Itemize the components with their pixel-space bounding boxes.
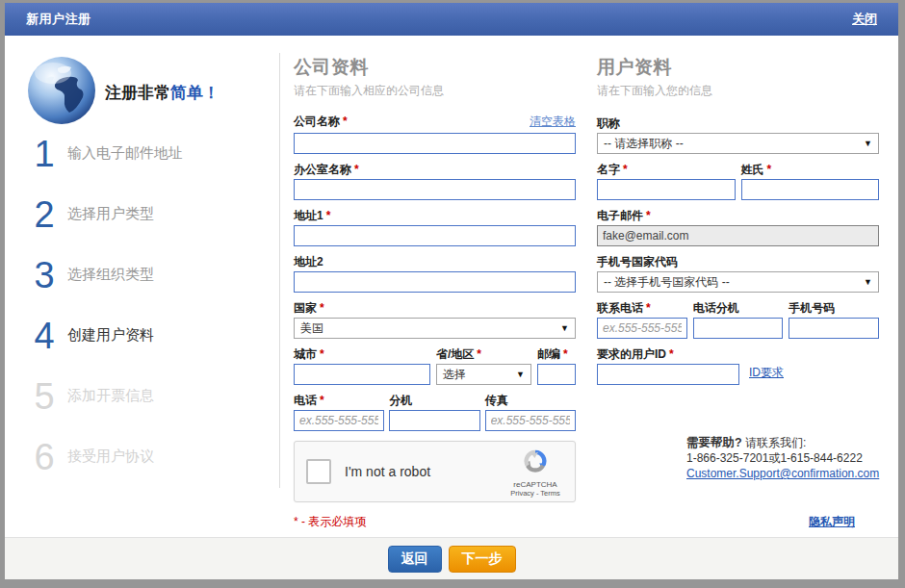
- company-name-input[interactable]: [294, 133, 576, 154]
- job-title-select[interactable]: -- 请选择职称 -- ▼: [597, 133, 879, 154]
- required-marker: *: [477, 347, 481, 361]
- last-name-field: 姓氏*: [741, 160, 880, 200]
- required-marker: *: [343, 115, 348, 128]
- zip-input[interactable]: [537, 364, 576, 385]
- company-section-title: 公司资料: [294, 55, 576, 80]
- required-marker: *: [326, 209, 331, 222]
- email-field: 电子邮件*: [597, 206, 879, 246]
- company-section: 公司资料 请在下面输入相应的公司信息 公司名称* 清空表格 办公室名称* 地址1…: [294, 36, 576, 502]
- recaptcha-logo: reCAPTCHA Privacy - Terms: [507, 447, 563, 498]
- required-marker: *: [669, 347, 674, 361]
- label-text: 手机号国家代码: [597, 255, 678, 268]
- step-number: 2: [30, 196, 59, 233]
- step-label: 添加开票信息: [67, 387, 154, 405]
- fax-label: 传真: [485, 395, 508, 407]
- phone-ext-input[interactable]: [693, 318, 784, 339]
- required-marker: *: [354, 163, 359, 176]
- recaptcha-checkbox[interactable]: [306, 459, 331, 484]
- step-label: 选择用户类型: [67, 205, 154, 223]
- label-text: 分机: [389, 394, 412, 407]
- required-marker: *: [563, 347, 568, 361]
- label-text: 地址2: [294, 255, 323, 268]
- phone-country-code-label: 手机号国家代码: [597, 256, 678, 268]
- country-selected-value: 美国: [300, 320, 323, 337]
- first-name-label: 名字*: [597, 164, 628, 176]
- label-text: 名字: [597, 163, 620, 176]
- step-4-create-profile: 4 创建用户资料: [30, 305, 266, 366]
- required-marker: *: [623, 163, 628, 176]
- label-text: 要求的用户ID: [597, 347, 666, 361]
- help-block: 需要帮助? 请联系我们: 1-866-325-7201或1-615-844-62…: [686, 435, 879, 481]
- step-6-accept-agreement: 6 接受用户协议: [30, 426, 266, 487]
- help-text: 请联系我们:: [742, 436, 807, 449]
- step-2-user-type: 2 选择用户类型: [30, 184, 266, 244]
- ext-input[interactable]: [389, 410, 479, 431]
- city-state-zip-row: 城市* 省/地区* 选择 ▼ 邮编*: [294, 345, 576, 385]
- help-heading-line: 需要帮助? 请联系我们:: [686, 435, 879, 450]
- dialog-title: 新用户注册: [26, 11, 91, 28]
- user-section-title: 用户资料: [597, 55, 879, 80]
- phone-country-code-field: 手机号国家代码 -- 选择手机号国家代码 -- ▼: [597, 252, 879, 293]
- label-text: 办公室名称: [294, 163, 351, 176]
- support-email-link[interactable]: Customer.Support@confirmation.com: [686, 467, 879, 480]
- mobile-input[interactable]: [789, 318, 879, 339]
- user-id-field: 要求的用户ID* ID要求: [597, 345, 879, 385]
- step-number: 6: [30, 439, 59, 475]
- tagline-highlight: 简单！: [170, 84, 220, 102]
- privacy-statement-link[interactable]: 隐私声明: [809, 514, 855, 530]
- recaptcha-icon: [521, 462, 550, 478]
- next-button[interactable]: 下一步: [449, 546, 516, 573]
- recaptcha-privacy-terms[interactable]: Privacy - Terms: [507, 489, 563, 498]
- phone-input[interactable]: [294, 410, 384, 431]
- back-button[interactable]: 返回: [388, 546, 442, 573]
- label-text: 电子邮件: [597, 209, 643, 222]
- address2-label: 地址2: [294, 256, 323, 268]
- first-name-input[interactable]: [597, 179, 736, 200]
- state-select[interactable]: 选择 ▼: [436, 364, 531, 385]
- required-marker: *: [646, 301, 651, 315]
- label-text: 邮编: [537, 347, 560, 361]
- contact-phone-field: 联系电话*: [597, 298, 687, 339]
- user-id-input[interactable]: [597, 364, 739, 385]
- required-marker: *: [767, 163, 772, 176]
- label-text: 公司名称: [294, 115, 340, 128]
- globe-icon: [26, 55, 97, 130]
- phone-country-code-select[interactable]: -- 选择手机号国家代码 -- ▼: [597, 271, 879, 293]
- chevron-down-icon: ▼: [516, 370, 525, 379]
- email-input: [597, 225, 879, 246]
- id-requirements-link[interactable]: ID要求: [749, 365, 784, 385]
- company-name-field: 公司名称* 清空表格: [294, 114, 576, 154]
- address2-input[interactable]: [294, 271, 576, 293]
- first-name-field: 名字*: [597, 160, 736, 200]
- step-number: 1: [30, 136, 59, 172]
- close-link[interactable]: 关闭: [852, 11, 877, 28]
- help-phones: 1-866-325-7201或1-615-844-6222: [686, 450, 879, 466]
- address1-label: 地址1*: [294, 210, 330, 222]
- label-text: 传真: [485, 394, 508, 407]
- clear-form-link[interactable]: 清空表格: [530, 114, 576, 130]
- step-number: 4: [30, 318, 59, 354]
- country-select[interactable]: 美国 ▼: [294, 318, 576, 339]
- recaptcha-widget: I'm not a robot reC: [294, 441, 576, 502]
- required-marker: *: [320, 347, 324, 361]
- step-1-enter-email: 1 输入电子邮件地址: [30, 123, 266, 184]
- footer-button-bar: 返回 下一步: [5, 537, 898, 579]
- address1-input[interactable]: [294, 225, 576, 246]
- phone-country-code-selected-value: -- 选择手机号国家代码 --: [604, 274, 730, 291]
- wizard-steps: 1 输入电子邮件地址 2 选择用户类型 3 选择组织类型 4 创建用户资料: [30, 123, 266, 487]
- city-label: 城市*: [294, 348, 324, 361]
- office-name-field: 办公室名称*: [294, 160, 576, 200]
- phone-field: 电话*: [294, 391, 384, 431]
- mobile-field: 手机号码: [789, 298, 879, 339]
- city-input[interactable]: [294, 364, 430, 385]
- recaptcha-label: I'm not a robot: [345, 464, 430, 479]
- fax-input[interactable]: [485, 410, 576, 431]
- last-name-input[interactable]: [741, 179, 880, 200]
- label-text: 国家: [294, 301, 317, 315]
- city-field: 城市*: [294, 345, 430, 385]
- contact-phone-input[interactable]: [597, 318, 687, 339]
- label-text: 手机号码: [789, 301, 835, 315]
- zip-field: 邮编*: [537, 345, 576, 385]
- office-name-input[interactable]: [294, 179, 576, 200]
- registration-dialog: 新用户注册 关闭: [5, 3, 898, 579]
